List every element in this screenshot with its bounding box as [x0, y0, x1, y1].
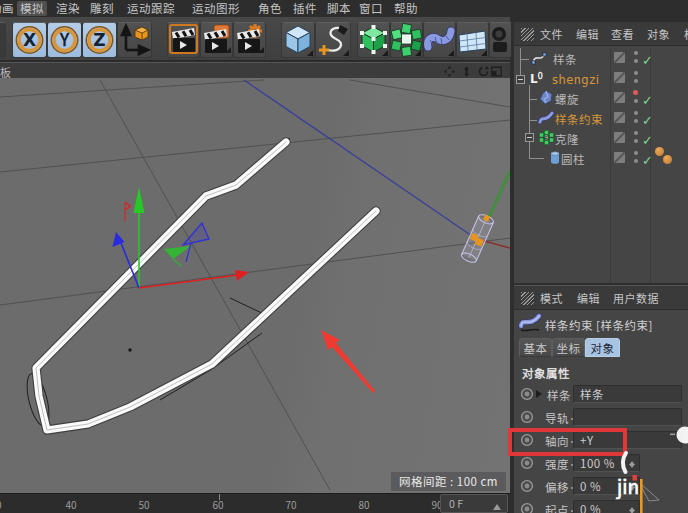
keyframe-circle-icon[interactable]: [520, 479, 534, 493]
floor-object-button[interactable]: [456, 22, 489, 58]
menu-script[interactable]: 脚本: [324, 0, 354, 17]
lock-y-axis-button[interactable]: Y: [47, 22, 82, 58]
enabled-check-icon[interactable]: ✓: [642, 150, 653, 169]
menu-animation[interactable]: 动画: [0, 0, 17, 17]
partial-toolbar-button[interactable]: [0, 22, 6, 58]
menu-window[interactable]: 窗口: [356, 0, 386, 17]
render-view-button[interactable]: [167, 22, 200, 58]
keyframe-circle-icon[interactable]: [520, 456, 534, 470]
tree-label[interactable]: 克隆: [555, 131, 579, 147]
layer-square-icon[interactable]: [614, 92, 625, 103]
render-visibility-dot[interactable]: [634, 159, 638, 163]
camera-partial-button[interactable]: [489, 22, 513, 58]
tree-row-shengzi[interactable]: L0 shengzi: [514, 68, 688, 88]
tree-row-cylinder[interactable]: 圆柱 ✓: [514, 148, 688, 168]
tree-row-spline-wrap[interactable]: 样条约束 ✓: [514, 108, 688, 128]
menu-character[interactable]: 角色: [255, 0, 285, 17]
material-tag-icon[interactable]: [655, 147, 664, 156]
om-menu-object[interactable]: 对象: [647, 26, 670, 42]
viewport-menu-panel-partial[interactable]: 面板: [0, 64, 12, 78]
viewport-title-bar: 面板: [0, 62, 510, 78]
tab-object[interactable]: 对象: [585, 338, 620, 357]
enabled-check-icon[interactable]: ✓: [642, 90, 653, 109]
editor-visibility-dot[interactable]: [634, 151, 638, 155]
frame-spinner-up-icon[interactable]: [493, 500, 501, 510]
viewport-maximize-icon[interactable]: [491, 66, 502, 77]
section-header-object-properties[interactable]: 对象属性: [522, 365, 570, 381]
layer-square-icon[interactable]: [614, 112, 625, 123]
enabled-check-icon[interactable]: ✓: [642, 110, 653, 129]
tree-label[interactable]: 圆柱: [561, 151, 585, 167]
tree-label-selected[interactable]: shengzi: [552, 71, 599, 87]
tree-row-cloner[interactable]: 9 克隆 ✓: [514, 128, 688, 148]
keyframe-circle-icon[interactable]: [520, 410, 534, 424]
bend-deformer-button[interactable]: [423, 22, 456, 58]
lock-x-axis-button[interactable]: X: [12, 22, 47, 58]
tree-label[interactable]: 样条: [553, 51, 577, 67]
am-menu-mode[interactable]: 模式: [540, 290, 563, 306]
menu-render[interactable]: 渲染: [53, 0, 83, 17]
render-visibility-dot[interactable]: [634, 59, 638, 63]
editor-visibility-dot[interactable]: [634, 51, 638, 55]
keyframe-circle-icon[interactable]: [520, 502, 534, 513]
layer-square-icon[interactable]: [614, 152, 625, 163]
render-visibility-dot[interactable]: [634, 119, 638, 123]
layer-square-icon[interactable]: [614, 52, 625, 63]
render-visibility-dot[interactable]: [634, 139, 638, 143]
viewport-pan-icon[interactable]: [444, 66, 455, 77]
editor-visibility-dot[interactable]: [634, 131, 638, 135]
enabled-check-icon[interactable]: ✓: [642, 130, 653, 149]
am-menu-userdata[interactable]: 用户数据: [613, 290, 659, 306]
collapse-expander[interactable]: [525, 133, 534, 142]
tree-label[interactable]: 螺旋: [555, 91, 579, 107]
viewport-rotate-icon[interactable]: [478, 66, 489, 77]
panel-grip-icon[interactable]: [521, 28, 534, 41]
menu-help[interactable]: 帮助: [391, 0, 421, 17]
keyframe-circle-icon[interactable]: [520, 387, 534, 401]
spline-link-field[interactable]: 样条: [573, 385, 682, 403]
modeling-cluster-button[interactable]: [390, 22, 423, 58]
collapse-expander[interactable]: [516, 75, 525, 84]
spline-pen-button[interactable]: [315, 22, 351, 58]
menu-sculpt[interactable]: 雕刻: [87, 0, 117, 17]
menu-plugins[interactable]: 插件: [290, 0, 320, 17]
tree-row-spline[interactable]: 样条 ✓: [514, 48, 688, 68]
axis-gizmo[interactable]: [113, 187, 250, 288]
frame-number-field[interactable]: 0 F: [440, 494, 508, 513]
om-menu-file[interactable]: 文件: [540, 26, 563, 42]
editor-visibility-dot-red[interactable]: [633, 90, 638, 95]
expand-triangle-icon[interactable]: [536, 390, 546, 398]
lock-z-axis-button[interactable]: Z: [82, 22, 117, 58]
viewport-3d[interactable]: 网格间距 : 100 cm: [0, 78, 510, 493]
timeline-ruler[interactable]: 30 40 50 60 70 80 90: [0, 493, 510, 513]
om-menu-edit[interactable]: 编辑: [576, 26, 599, 42]
layer-square-icon[interactable]: [614, 132, 625, 143]
coordinate-system-button[interactable]: [117, 22, 152, 58]
menu-mograph[interactable]: 运动图形: [189, 0, 243, 17]
add-cube-primitive-button[interactable]: [281, 22, 315, 58]
menu-motion-tracker[interactable]: 运动跟踪: [124, 0, 178, 17]
editor-visibility-dot[interactable]: [634, 71, 638, 75]
am-menu-edit[interactable]: 编辑: [577, 290, 600, 306]
render-to-picture-viewer-button[interactable]: [200, 22, 233, 58]
render-visibility-dot[interactable]: [634, 99, 638, 103]
panel-grip-icon[interactable]: [521, 292, 534, 305]
material-tag-icon[interactable]: [663, 155, 672, 164]
menu-simulate[interactable]: 模拟: [17, 1, 47, 16]
render-visibility-dot[interactable]: [634, 79, 638, 83]
tab-basic[interactable]: 基本: [519, 338, 552, 357]
editor-visibility-dot[interactable]: [634, 111, 638, 115]
camera-icon: [490, 23, 512, 57]
viewport-zoom-icon[interactable]: [461, 66, 472, 77]
om-menu-view[interactable]: 查看: [611, 26, 634, 42]
tab-coordinates[interactable]: 坐标: [552, 338, 585, 357]
tree-label-selected[interactable]: 样条约束: [555, 111, 603, 127]
om-menu-tags[interactable]: 标签: [684, 26, 688, 42]
tree-row-helix[interactable]: 螺旋 ✓: [514, 88, 688, 108]
subdivision-surface-button[interactable]: [357, 22, 390, 58]
rope-spline-tube[interactable]: [36, 142, 376, 430]
edit-render-settings-button[interactable]: [233, 22, 266, 58]
cylinder-object[interactable]: [460, 212, 495, 264]
enabled-check-icon[interactable]: ✓: [642, 50, 653, 69]
layer-square-icon[interactable]: [614, 72, 625, 83]
